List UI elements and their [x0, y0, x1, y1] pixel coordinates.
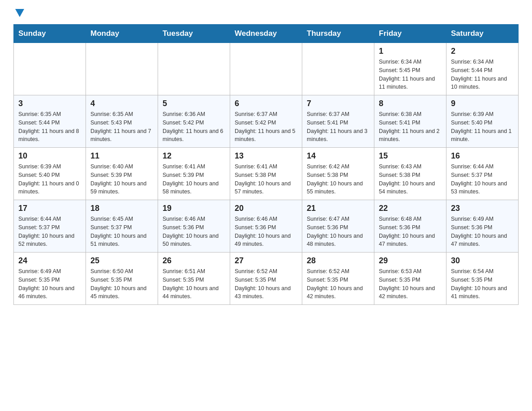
calendar-cell: 21Sunrise: 6:47 AMSunset: 5:36 PMDayligh…	[302, 200, 374, 253]
calendar-cell: 29Sunrise: 6:53 AMSunset: 5:35 PMDayligh…	[374, 253, 446, 305]
calendar-cell: 22Sunrise: 6:48 AMSunset: 5:36 PMDayligh…	[374, 200, 446, 253]
day-info: Sunrise: 6:41 AMSunset: 5:38 PMDaylight:…	[235, 163, 297, 196]
day-number: 11	[90, 151, 153, 161]
weekday-header-sunday: Sunday	[14, 25, 86, 43]
weekday-header-saturday: Saturday	[446, 25, 519, 43]
day-number: 17	[18, 204, 81, 213]
weekday-header-wednesday: Wednesday	[230, 25, 302, 43]
day-info: Sunrise: 6:46 AMSunset: 5:36 PMDaylight:…	[163, 215, 225, 248]
calendar-cell: 24Sunrise: 6:49 AMSunset: 5:35 PMDayligh…	[14, 253, 86, 305]
calendar-cell: 15Sunrise: 6:43 AMSunset: 5:38 PMDayligh…	[374, 148, 446, 200]
calendar-cell	[158, 43, 230, 95]
day-number: 29	[379, 256, 442, 265]
calendar-week-2: 3Sunrise: 6:35 AMSunset: 5:44 PMDaylight…	[14, 95, 519, 148]
day-info: Sunrise: 6:54 AMSunset: 5:35 PMDaylight:…	[451, 267, 514, 301]
calendar-table: SundayMondayTuesdayWednesdayThursdayFrid…	[13, 24, 519, 305]
day-number: 15	[379, 151, 442, 161]
day-info: Sunrise: 6:51 AMSunset: 5:35 PMDaylight:…	[163, 267, 225, 301]
day-info: Sunrise: 6:49 AMSunset: 5:35 PMDaylight:…	[18, 267, 81, 301]
day-info: Sunrise: 6:37 AMSunset: 5:42 PMDaylight:…	[235, 110, 297, 144]
calendar-cell: 27Sunrise: 6:52 AMSunset: 5:35 PMDayligh…	[230, 253, 302, 305]
calendar-cell: 6Sunrise: 6:37 AMSunset: 5:42 PMDaylight…	[230, 95, 302, 148]
day-info: Sunrise: 6:43 AMSunset: 5:38 PMDaylight:…	[379, 163, 442, 196]
page-header	[13, 9, 519, 17]
logo-triangle-icon	[15, 9, 24, 17]
day-number: 19	[163, 204, 225, 213]
weekday-header-friday: Friday	[374, 25, 446, 43]
day-info: Sunrise: 6:42 AMSunset: 5:38 PMDaylight:…	[307, 163, 369, 196]
day-number: 16	[451, 151, 514, 161]
day-info: Sunrise: 6:52 AMSunset: 5:35 PMDaylight:…	[235, 267, 297, 301]
day-number: 3	[18, 99, 81, 108]
calendar-cell: 8Sunrise: 6:38 AMSunset: 5:41 PMDaylight…	[374, 95, 446, 148]
calendar-week-3: 10Sunrise: 6:39 AMSunset: 5:40 PMDayligh…	[14, 148, 519, 200]
calendar-cell	[86, 43, 158, 95]
day-number: 13	[235, 151, 297, 161]
calendar-cell: 20Sunrise: 6:46 AMSunset: 5:36 PMDayligh…	[230, 200, 302, 253]
day-info: Sunrise: 6:40 AMSunset: 5:39 PMDaylight:…	[90, 163, 153, 196]
day-number: 14	[307, 151, 369, 161]
day-info: Sunrise: 6:46 AMSunset: 5:36 PMDaylight:…	[235, 215, 297, 248]
calendar-cell: 7Sunrise: 6:37 AMSunset: 5:41 PMDaylight…	[302, 95, 374, 148]
calendar-cell: 4Sunrise: 6:35 AMSunset: 5:43 PMDaylight…	[86, 95, 158, 148]
calendar-cell: 5Sunrise: 6:36 AMSunset: 5:42 PMDaylight…	[158, 95, 230, 148]
day-info: Sunrise: 6:41 AMSunset: 5:39 PMDaylight:…	[163, 163, 225, 196]
calendar-week-4: 17Sunrise: 6:44 AMSunset: 5:37 PMDayligh…	[14, 200, 519, 253]
day-number: 18	[90, 204, 153, 213]
calendar-cell: 26Sunrise: 6:51 AMSunset: 5:35 PMDayligh…	[158, 253, 230, 305]
day-number: 10	[18, 151, 81, 161]
day-info: Sunrise: 6:35 AMSunset: 5:43 PMDaylight:…	[90, 110, 153, 144]
day-info: Sunrise: 6:35 AMSunset: 5:44 PMDaylight:…	[18, 110, 81, 144]
day-number: 23	[451, 204, 514, 213]
day-number: 22	[379, 204, 442, 213]
day-info: Sunrise: 6:52 AMSunset: 5:35 PMDaylight:…	[307, 267, 369, 301]
calendar-cell: 16Sunrise: 6:44 AMSunset: 5:37 PMDayligh…	[446, 148, 519, 200]
calendar-cell: 18Sunrise: 6:45 AMSunset: 5:37 PMDayligh…	[86, 200, 158, 253]
calendar-cell: 28Sunrise: 6:52 AMSunset: 5:35 PMDayligh…	[302, 253, 374, 305]
day-number: 20	[235, 204, 297, 213]
calendar-cell: 30Sunrise: 6:54 AMSunset: 5:35 PMDayligh…	[446, 253, 519, 305]
day-number: 4	[90, 99, 153, 108]
day-info: Sunrise: 6:38 AMSunset: 5:41 PMDaylight:…	[379, 110, 442, 144]
calendar-cell: 9Sunrise: 6:39 AMSunset: 5:40 PMDaylight…	[446, 95, 519, 148]
day-info: Sunrise: 6:34 AMSunset: 5:44 PMDaylight:…	[451, 58, 514, 91]
calendar-cell: 2Sunrise: 6:34 AMSunset: 5:44 PMDaylight…	[446, 43, 519, 95]
calendar-cell	[302, 43, 374, 95]
day-number: 26	[163, 256, 225, 265]
day-info: Sunrise: 6:39 AMSunset: 5:40 PMDaylight:…	[18, 163, 81, 196]
day-number: 27	[235, 256, 297, 265]
calendar-cell: 12Sunrise: 6:41 AMSunset: 5:39 PMDayligh…	[158, 148, 230, 200]
calendar-cell: 10Sunrise: 6:39 AMSunset: 5:40 PMDayligh…	[14, 148, 86, 200]
calendar-cell: 11Sunrise: 6:40 AMSunset: 5:39 PMDayligh…	[86, 148, 158, 200]
weekday-header-thursday: Thursday	[302, 25, 374, 43]
day-info: Sunrise: 6:49 AMSunset: 5:36 PMDaylight:…	[451, 215, 514, 248]
day-info: Sunrise: 6:34 AMSunset: 5:45 PMDaylight:…	[379, 58, 442, 91]
day-number: 1	[379, 47, 442, 56]
day-number: 9	[451, 99, 514, 108]
day-number: 25	[90, 256, 153, 265]
calendar-cell: 19Sunrise: 6:46 AMSunset: 5:36 PMDayligh…	[158, 200, 230, 253]
day-info: Sunrise: 6:44 AMSunset: 5:37 PMDaylight:…	[18, 215, 81, 248]
calendar-cell: 1Sunrise: 6:34 AMSunset: 5:45 PMDaylight…	[374, 43, 446, 95]
day-number: 2	[451, 47, 514, 56]
calendar-cell: 14Sunrise: 6:42 AMSunset: 5:38 PMDayligh…	[302, 148, 374, 200]
day-info: Sunrise: 6:53 AMSunset: 5:35 PMDaylight:…	[379, 267, 442, 301]
day-info: Sunrise: 6:39 AMSunset: 5:40 PMDaylight:…	[451, 110, 514, 144]
day-number: 12	[163, 151, 225, 161]
calendar-body: 1Sunrise: 6:34 AMSunset: 5:45 PMDaylight…	[14, 43, 519, 305]
calendar-cell	[230, 43, 302, 95]
day-info: Sunrise: 6:48 AMSunset: 5:36 PMDaylight:…	[379, 215, 442, 248]
calendar-cell: 3Sunrise: 6:35 AMSunset: 5:44 PMDaylight…	[14, 95, 86, 148]
logo	[13, 9, 24, 17]
day-info: Sunrise: 6:50 AMSunset: 5:35 PMDaylight:…	[90, 267, 153, 301]
day-number: 7	[307, 99, 369, 108]
day-number: 5	[163, 99, 225, 108]
calendar-week-5: 24Sunrise: 6:49 AMSunset: 5:35 PMDayligh…	[14, 253, 519, 305]
day-number: 8	[379, 99, 442, 108]
day-number: 30	[451, 256, 514, 265]
day-info: Sunrise: 6:45 AMSunset: 5:37 PMDaylight:…	[90, 215, 153, 248]
day-info: Sunrise: 6:47 AMSunset: 5:36 PMDaylight:…	[307, 215, 369, 248]
day-number: 24	[18, 256, 81, 265]
day-number: 28	[307, 256, 369, 265]
weekday-header-row: SundayMondayTuesdayWednesdayThursdayFrid…	[14, 25, 519, 43]
